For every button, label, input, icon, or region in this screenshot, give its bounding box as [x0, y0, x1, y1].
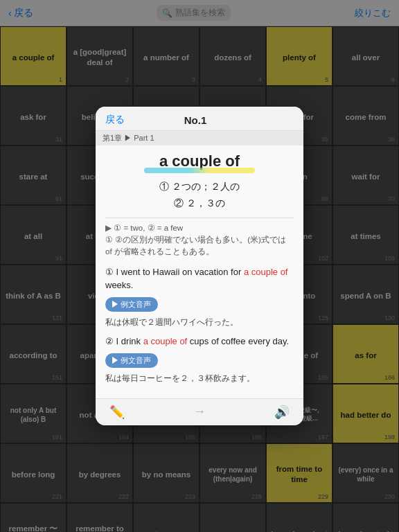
modal-footer: ✏️ → 🔊: [96, 398, 303, 425]
pencil-icon[interactable]: ✏️: [109, 405, 125, 420]
play-icon-2: [112, 357, 118, 364]
modal-body: a couple of ① ２つの；２人の ② ２，３の ▶ ① = two, …: [96, 145, 303, 398]
play-button-2[interactable]: 例文音声: [105, 353, 158, 368]
modal-sub-header: 第1章 ▶ Part 1: [96, 131, 303, 145]
modal-overlay[interactable]: 戻る No.1 第1章 ▶ Part 1 a couple of ① ２つの；２…: [0, 0, 399, 532]
play-button-1[interactable]: 例文音声: [105, 297, 158, 312]
modal-meanings: ① ２つの；２人の ② ２，３の: [105, 179, 294, 212]
flashcard-modal: 戻る No.1 第1章 ▶ Part 1 a couple of ① ２つの；２…: [96, 107, 303, 425]
modal-header: 戻る No.1: [96, 107, 303, 131]
meaning-1: ① ２つの；２人の: [105, 179, 294, 195]
phrase-underline-decoration: [144, 168, 255, 173]
example-1-sentence: ① I went to Hawaii on vacation for a cou…: [105, 265, 294, 292]
example-1: ① I went to Hawaii on vacation for a cou…: [105, 265, 294, 328]
play-icon-1: [112, 301, 118, 308]
modal-title: No.1: [184, 114, 207, 126]
meaning-2: ② ２，３の: [105, 195, 294, 212]
example-1-translation: 私は休暇で２週間ハワイへ行った。: [105, 317, 294, 328]
modal-note: ▶ ① = two, ② = a few ① ②の区別が明確でない場合も多い。(…: [105, 218, 294, 258]
modal-back-button[interactable]: 戻る: [105, 114, 125, 126]
play-label-1: 例文音声: [121, 299, 151, 310]
example-2-translation: 私は毎日コーヒーを２，３杯飲みます。: [105, 373, 294, 384]
next-arrow-icon[interactable]: →: [193, 405, 206, 419]
example-2: ② I drink a couple of cups of coffee eve…: [105, 335, 294, 384]
speaker-icon[interactable]: 🔊: [274, 405, 290, 420]
example-2-sentence: ② I drink a couple of cups of coffee eve…: [105, 335, 294, 348]
play-label-2: 例文音声: [121, 355, 151, 366]
